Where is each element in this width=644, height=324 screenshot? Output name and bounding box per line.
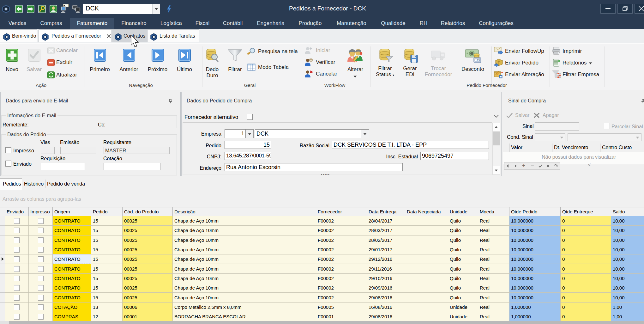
svg-text:123: 123 (475, 59, 480, 62)
